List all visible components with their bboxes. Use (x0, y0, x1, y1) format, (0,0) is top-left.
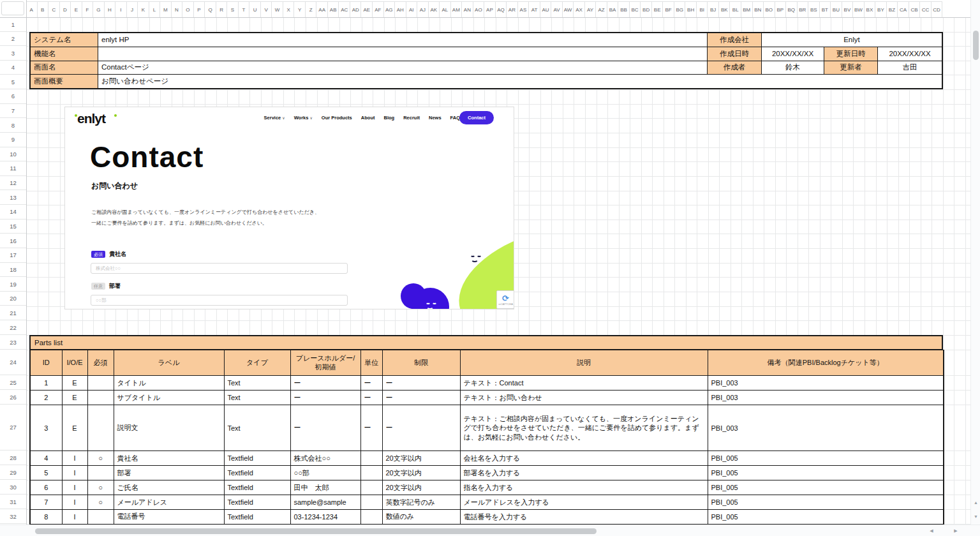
company-name-input[interactable] (91, 263, 348, 274)
spreadsheet-cell[interactable]: I (62, 510, 87, 525)
column-header-Z[interactable]: Z (306, 1, 317, 17)
column-header-AF[interactable]: AF (373, 1, 384, 17)
column-header-AD[interactable]: AD (350, 1, 362, 17)
spreadsheet-cell[interactable]: 03-1234-1234 (290, 510, 360, 525)
row-header-22[interactable]: 22 (0, 320, 26, 335)
spreadsheet-cell[interactable]: 指名を入力する (460, 480, 708, 495)
column-header-AP[interactable]: AP (484, 1, 496, 17)
screen-name-value[interactable]: Contactページ (98, 61, 708, 75)
spreadsheet-cell[interactable]: 説明文 (114, 405, 224, 451)
spreadsheet-cell[interactable]: 会社名を入力する (460, 451, 708, 466)
column-header-BO[interactable]: BO (764, 1, 775, 17)
column-header-BM[interactable]: BM (741, 1, 753, 17)
spreadsheet-cell[interactable]: Textfield (224, 466, 290, 480)
column-header-BI[interactable]: BI (697, 1, 708, 17)
spreadsheet-cell[interactable]: 4 (30, 451, 62, 466)
spreadsheet-cell[interactable]: 部署 (114, 466, 224, 480)
spreadsheet-cell[interactable]: テキスト：ご相談内容が固まっていなくても、一度オンラインミーティングで打ち合わせ… (460, 405, 708, 451)
row-header-30[interactable]: 30 (0, 480, 26, 495)
column-header-AE[interactable]: AE (361, 1, 373, 17)
spreadsheet-cell[interactable]: ○ (87, 495, 114, 510)
column-header-AW[interactable]: AW (563, 1, 574, 17)
parts-list-banner[interactable]: Parts list (29, 335, 943, 350)
column-header-BH[interactable]: BH (685, 1, 697, 17)
column-header-C[interactable]: C (48, 1, 60, 17)
updater-value[interactable]: 吉田 (878, 61, 942, 75)
spreadsheet-cell[interactable]: ー (360, 405, 382, 451)
column-header-BV[interactable]: BV (842, 1, 854, 17)
spreadsheet-cell[interactable]: E (62, 405, 87, 451)
nav-item-service[interactable]: Service∨ (264, 115, 285, 121)
row-header-24[interactable]: 24 (0, 350, 26, 375)
spreadsheet-cell[interactable]: I (62, 451, 87, 466)
column-header-R[interactable]: R (216, 1, 228, 17)
row-header-7[interactable]: 7 (0, 104, 26, 119)
column-header-AU[interactable]: AU (540, 1, 552, 17)
column-header-S[interactable]: S (227, 1, 239, 17)
row-header-9[interactable]: 9 (0, 133, 26, 147)
nav-item-faq[interactable]: FAQ (450, 115, 460, 121)
column-header-M[interactable]: M (160, 1, 172, 17)
spreadsheet-cell[interactable]: ○ (87, 451, 114, 466)
column-header-Y[interactable]: Y (294, 1, 306, 17)
column-header-BU[interactable]: BU (831, 1, 842, 17)
spreadsheet-cell[interactable] (87, 391, 114, 405)
spreadsheet-cell[interactable]: E (62, 376, 87, 391)
row-header-27[interactable]: 27 (0, 405, 26, 450)
column-header-F[interactable]: F (82, 1, 94, 17)
column-header-BX[interactable]: BX (865, 1, 876, 17)
vertical-scrollbar[interactable]: ▲ ▼ (970, 0, 980, 525)
spreadsheet-cell[interactable]: 8 (30, 510, 62, 525)
spreadsheet-cell[interactable] (87, 405, 114, 451)
column-header-CC[interactable]: CC (920, 1, 932, 17)
column-header-CD[interactable]: CD (932, 1, 943, 17)
updated-date-label[interactable]: 更新日時 (824, 47, 878, 61)
column-header-T[interactable]: T (239, 1, 250, 17)
spreadsheet-cell[interactable]: 株式会社○○ (290, 451, 360, 466)
spreadsheet-cell[interactable]: メールアドレスを入力する (460, 495, 708, 510)
row-header-5[interactable]: 5 (0, 75, 26, 89)
horizontal-scrollbar-thumb[interactable] (35, 528, 597, 534)
scroll-right-arrow-icon[interactable]: ▶ (946, 526, 965, 535)
row-header-8[interactable]: 8 (0, 118, 26, 133)
spreadsheet-cell[interactable]: I (62, 466, 87, 480)
screen-overview-value[interactable]: お問い合わせページ (98, 75, 942, 88)
spreadsheet-cell[interactable]: I (62, 480, 87, 495)
nav-item-our-products[interactable]: Our Products (322, 115, 352, 121)
column-header-BE[interactable]: BE (652, 1, 664, 17)
column-header-AG[interactable]: AG (384, 1, 396, 17)
column-header-CB[interactable]: CB (909, 1, 921, 17)
column-header-AS[interactable]: AS (518, 1, 530, 17)
column-header-BA[interactable]: BA (607, 1, 619, 17)
spreadsheet-cell[interactable]: サブタイトル (114, 391, 224, 405)
row-header-3[interactable]: 3 (0, 46, 26, 61)
spreadsheet-cell[interactable] (360, 510, 382, 525)
column-header-BG[interactable]: BG (674, 1, 686, 17)
column-header-K[interactable]: K (138, 1, 149, 17)
system-name-value[interactable]: enlyt HP (98, 33, 708, 47)
author-label[interactable]: 作成者 (708, 61, 762, 75)
column-header-BN[interactable]: BN (753, 1, 764, 17)
spreadsheet-cell[interactable]: 20文字以内 (382, 480, 460, 495)
spreadsheet-cell[interactable]: 20文字以内 (382, 466, 460, 480)
spreadsheet-cell[interactable]: ー (382, 376, 460, 391)
spreadsheet-cell[interactable]: 電話番号を入力する (460, 510, 708, 525)
column-header-BY[interactable]: BY (875, 1, 887, 17)
scroll-up-arrow-icon[interactable]: ▲ (971, 495, 980, 509)
row-header-6[interactable]: 6 (0, 89, 26, 104)
row-header-19[interactable]: 19 (0, 277, 26, 292)
column-header-AR[interactable]: AR (507, 1, 518, 17)
spreadsheet-cell[interactable]: PBI_003 (708, 405, 944, 451)
spreadsheet-cell[interactable] (360, 466, 382, 480)
column-header-AQ[interactable]: AQ (496, 1, 507, 17)
column-header-AJ[interactable]: AJ (417, 1, 429, 17)
nav-item-news[interactable]: News (429, 115, 442, 121)
spreadsheet-cell[interactable]: 数値のみ (382, 510, 460, 525)
column-header-BJ[interactable]: BJ (708, 1, 719, 17)
row-header-1[interactable]: 1 (0, 17, 26, 32)
spreadsheet-cell[interactable]: ○ (87, 480, 114, 495)
spreadsheet-cell[interactable]: PBI_005 (708, 510, 944, 525)
row-header-18[interactable]: 18 (0, 263, 26, 278)
spreadsheet-cell[interactable]: ご氏名 (114, 480, 224, 495)
row-header-10[interactable]: 10 (0, 147, 26, 162)
